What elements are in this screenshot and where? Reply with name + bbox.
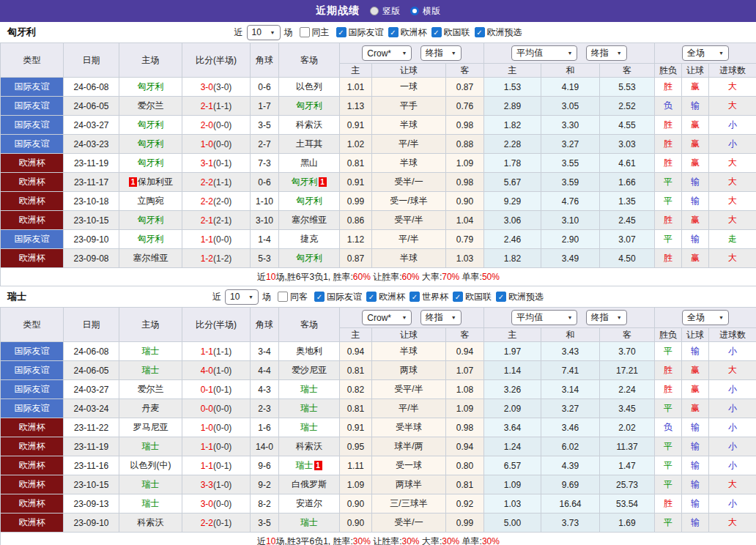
- league-badge: 国际友谊: [1, 135, 64, 154]
- fullmatch-select[interactable]: 全场 ▼: [682, 45, 729, 61]
- odds-handicap-cell: 半球: [372, 116, 446, 135]
- odds-source-select[interactable]: Crow* ▼: [362, 310, 412, 325]
- odds-home-cell: 0.81: [340, 399, 372, 418]
- result-handicap-cell: 输: [682, 514, 709, 533]
- result-goals-cell: 小: [709, 342, 756, 361]
- league-badge: 欧洲杯: [1, 211, 64, 230]
- league-filter-checkbox[interactable]: ✓国际友谊: [314, 291, 362, 303]
- league-filter-checkbox[interactable]: ✓国际友谊: [336, 26, 384, 39]
- odds-handicap-cell: 受半球: [372, 418, 446, 437]
- same-venue-checkbox[interactable]: 同主: [300, 26, 330, 39]
- summary-part: 10: [266, 272, 275, 282]
- avg-draw-cell: 7.41: [541, 361, 600, 380]
- odds-handicap-cell: 两球: [372, 361, 446, 380]
- avg-home-cell: 1.09: [484, 475, 541, 494]
- odds-handicap-cell: 球半/两: [372, 437, 446, 456]
- layout-horizontal-radio[interactable]: 横版: [410, 5, 440, 18]
- team-name-text: 匈牙利: [292, 177, 318, 187]
- result-goals-cell: 大: [709, 211, 756, 230]
- odds-away-cell: 0.98: [446, 418, 484, 437]
- checkbox-checked-icon[interactable]: ✓: [314, 292, 325, 302]
- result-goals-cell: 大: [709, 78, 756, 97]
- halftime-score: (0-0): [213, 120, 231, 130]
- odds-home-cell: 0.91: [340, 418, 372, 437]
- match-date-cell: 23-09-08: [64, 249, 119, 268]
- away-team-cell: 匈牙利: [279, 192, 340, 211]
- fullmatch-select[interactable]: 全场 ▼: [682, 310, 729, 325]
- checkbox-checked-icon[interactable]: ✓: [388, 27, 399, 37]
- match-count-select[interactable]: 10 ▼: [225, 289, 259, 305]
- chevron-down-icon: ▼: [248, 294, 253, 300]
- fulltime-score: 4-0: [201, 366, 213, 376]
- games-label: 场: [284, 26, 293, 39]
- score-cell: 0-1(0-1): [182, 380, 251, 399]
- results-body: 国际友谊24-06-08瑞士1-1(1-1)3-4奥地利0.94半球0.941.…: [1, 342, 756, 533]
- league-filter-checkbox[interactable]: ✓欧国联: [431, 26, 470, 39]
- summary-part: 30%: [482, 536, 500, 545]
- league-filter-checkbox[interactable]: ✓世界杯: [410, 291, 448, 303]
- match-date-cell: 24-06-05: [64, 97, 119, 116]
- average-final-select[interactable]: 终指 ▼: [586, 45, 627, 61]
- team-name-text: 瑞士: [300, 422, 318, 432]
- checkbox-checked-icon[interactable]: ✓: [336, 27, 346, 37]
- odds-home-cell: 0.87: [340, 249, 372, 268]
- league-badge: 欧洲杯: [1, 173, 64, 192]
- league-filter-label: 欧国联: [465, 291, 492, 303]
- result-handicap-cell: 赢: [682, 399, 709, 418]
- checkbox-checked-icon[interactable]: ✓: [453, 292, 463, 302]
- odds-source-select[interactable]: Crow* ▼: [362, 45, 412, 61]
- corner-cell: 7-3: [251, 154, 279, 173]
- halftime-score: (0-1): [213, 461, 231, 471]
- result-handicap-cell: 输: [682, 494, 709, 514]
- league-filter-checkbox[interactable]: ✓欧洲预选: [475, 26, 522, 39]
- average-select[interactable]: 平均值 ▼: [511, 45, 577, 61]
- away-team-cell: 黑山: [279, 154, 340, 173]
- avg-away-cell: 25.73: [600, 475, 655, 494]
- away-team-cell: 科索沃: [279, 437, 340, 456]
- odds-home-cell: 1.02: [340, 135, 372, 154]
- avg-home-cell: 3.64: [484, 418, 541, 437]
- same-venue-checkbox[interactable]: 同客: [278, 291, 308, 303]
- average-final-select[interactable]: 终指 ▼: [586, 310, 627, 325]
- team-name-text: 瑞士: [296, 460, 314, 470]
- results-table: 类型 日期 主场 比分(半场) 角球 客场 Crow* ▼ 终指 ▼: [0, 307, 756, 545]
- checkbox-checked-icon[interactable]: ✓: [410, 292, 420, 302]
- checkbox-checked-icon[interactable]: ✓: [431, 27, 442, 37]
- near-label: 近: [212, 291, 221, 303]
- avg-home-cell: 1.03: [484, 494, 541, 514]
- avg-draw-cell: 3.59: [541, 173, 600, 192]
- league-filter-checkbox[interactable]: ✓欧国联: [453, 291, 492, 303]
- league-filter-checkbox[interactable]: ✓欧洲预选: [496, 291, 544, 303]
- avg-home-cell: 1.14: [484, 361, 541, 380]
- team-name-text: 保加利亚: [138, 177, 173, 187]
- checkbox-unchecked-icon[interactable]: [300, 27, 310, 37]
- odds-final-select[interactable]: 终指 ▼: [420, 45, 462, 61]
- result-handicap-cell: 输: [682, 342, 709, 361]
- result-goals-cell: 大: [709, 154, 756, 173]
- radio-unselected-icon[interactable]: [370, 7, 379, 15]
- team-name-text: 黑山: [300, 157, 318, 168]
- avg-away-cell: 1.47: [600, 456, 655, 475]
- league-filter-checkbox[interactable]: ✓欧洲杯: [366, 291, 405, 303]
- team-name-text: 瑞士: [142, 498, 160, 508]
- odds-away-cell: 0.98: [446, 116, 484, 135]
- league-filter-checkbox[interactable]: ✓欧洲杯: [388, 26, 427, 39]
- match-count-select[interactable]: 10 ▼: [247, 25, 281, 40]
- checkbox-unchecked-icon[interactable]: [278, 292, 288, 302]
- avg-draw-cell: 3.05: [541, 97, 600, 116]
- checkbox-checked-icon[interactable]: ✓: [366, 292, 377, 302]
- radio-selected-icon[interactable]: [410, 7, 419, 15]
- layout-vertical-radio[interactable]: 竖版: [370, 5, 400, 18]
- odds-home-cell: 0.86: [340, 211, 372, 230]
- table-row: 欧洲杯23-10-15匈牙利2-1(2-1)3-10塞尔维亚0.86受平/半1.…: [1, 211, 756, 230]
- league-badge: 国际友谊: [1, 342, 64, 361]
- fullmatch-value: 全场: [687, 47, 705, 59]
- league-badge: 国际友谊: [1, 78, 64, 97]
- checkbox-checked-icon[interactable]: ✓: [496, 292, 506, 302]
- avg-home-cell: 9.29: [484, 192, 541, 211]
- table-row: 国际友谊23-09-10匈牙利1-1(0-0)1-4捷克1.12平/半0.792…: [1, 230, 756, 249]
- team-name-text: 匈牙利: [138, 138, 164, 149]
- average-select[interactable]: 平均值 ▼: [511, 310, 577, 325]
- checkbox-checked-icon[interactable]: ✓: [475, 27, 485, 37]
- odds-final-select[interactable]: 终指 ▼: [420, 310, 462, 325]
